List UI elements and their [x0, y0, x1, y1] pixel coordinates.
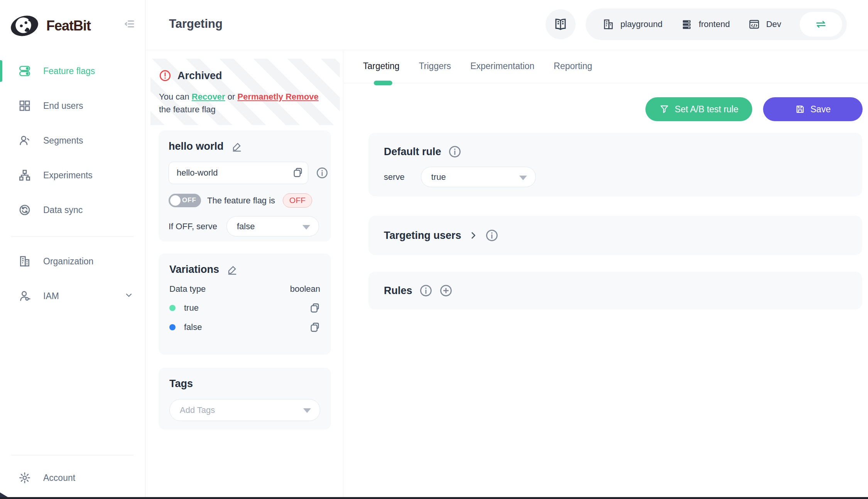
- archived-text-suffix: the feature flag: [159, 105, 216, 114]
- caret-down-icon: [303, 408, 311, 413]
- tab-targeting[interactable]: Targeting: [363, 61, 400, 83]
- tags-card: Tags: [159, 368, 331, 430]
- caret-down-icon: [519, 176, 527, 180]
- rules-title: Rules: [384, 285, 412, 297]
- actions-row: Set A/B test rule Save: [344, 97, 868, 121]
- tree-icon: [19, 169, 31, 181]
- page-title: Targeting: [169, 17, 223, 31]
- funnel-icon: [659, 104, 669, 114]
- code-window-icon: [748, 19, 760, 30]
- targeting-users-info-icon[interactable]: [485, 229, 498, 242]
- targeting-users-title: Targeting users: [384, 230, 461, 242]
- switch-env-button[interactable]: [800, 12, 842, 37]
- environment-selector[interactable]: Dev: [748, 19, 781, 30]
- recover-link[interactable]: Recover: [192, 92, 225, 101]
- sidebar-bottom: Account: [0, 455, 145, 497]
- sidebar-item-data-sync[interactable]: Data sync: [0, 201, 145, 218]
- tab-label: Experimentation: [470, 61, 534, 71]
- default-rule-info-icon[interactable]: [448, 145, 461, 158]
- window-bottom-edge: [0, 497, 868, 499]
- rules-info-icon[interactable]: [419, 284, 432, 297]
- chevron-down-icon: [124, 291, 133, 301]
- sidebar-item-label: Segments: [43, 135, 83, 146]
- sidebar-item-feature-flags[interactable]: Feature flags: [0, 63, 145, 80]
- add-tags-input[interactable]: [169, 399, 320, 421]
- service-name: frontend: [699, 19, 730, 29]
- flag-summary-card: hello world: [159, 130, 331, 242]
- environment-name: Dev: [766, 19, 781, 29]
- chevron-right-icon[interactable]: [468, 230, 478, 240]
- project-selector[interactable]: playground: [603, 19, 662, 30]
- save-icon: [795, 104, 805, 114]
- active-indicator: [0, 60, 2, 82]
- active-tab-indicator: [374, 81, 392, 85]
- tab-label: Reporting: [554, 61, 592, 71]
- serve-label: serve: [384, 172, 405, 182]
- person-icon: [19, 134, 31, 147]
- archived-text-prefix: You can: [159, 92, 192, 101]
- flag-detail-panel: Archived You can Recover or Permanetly R…: [146, 51, 343, 497]
- variation-color-dot: [169, 324, 176, 330]
- book-icon: [554, 17, 567, 31]
- tab-reporting[interactable]: Reporting: [554, 61, 592, 83]
- sidebar-nav: Feature flags End users Segments: [0, 63, 145, 304]
- sidebar-item-label: Account: [43, 473, 75, 483]
- tab-label: Triggers: [419, 61, 451, 71]
- swap-icon: [815, 18, 827, 30]
- collapse-icon: [123, 18, 135, 30]
- serve-select[interactable]: true: [421, 167, 536, 187]
- add-rule-icon[interactable]: [439, 284, 453, 297]
- warning-icon: [159, 69, 171, 82]
- targeting-users-card: Targeting users: [368, 216, 862, 255]
- button-label: Set A/B test rule: [675, 104, 738, 115]
- tabs: Targeting Triggers Experimentation Repor…: [344, 51, 868, 83]
- grid-icon: [19, 100, 31, 112]
- sidebar-item-account[interactable]: Account: [0, 469, 145, 486]
- sidebar-item-organization[interactable]: Organization: [0, 253, 145, 270]
- building-icon: [19, 255, 31, 267]
- sidebar-item-iam[interactable]: IAM: [0, 288, 145, 304]
- topbar-controls: playground frontend Dev: [545, 8, 847, 40]
- default-rule-card: Default rule serve true: [368, 133, 862, 196]
- caret-down-icon: [302, 225, 310, 230]
- sidebar-item-label: IAM: [43, 291, 59, 301]
- if-off-select[interactable]: false: [226, 216, 319, 237]
- project-name: playground: [620, 19, 662, 29]
- brand-name: FeatBit: [46, 18, 91, 34]
- sidebar-item-label: Organization: [43, 256, 93, 267]
- variation-row-true: true: [169, 303, 320, 313]
- archived-text-middle: or: [225, 92, 238, 101]
- edit-flag-name-icon[interactable]: [231, 141, 242, 152]
- sidebar-item-experiments[interactable]: Experiments: [0, 167, 145, 184]
- archived-text: You can Recover or Permanetly Remove the…: [159, 90, 326, 116]
- copy-key-icon[interactable]: [292, 167, 304, 179]
- if-off-label: If OFF, serve: [169, 222, 217, 232]
- rules-card: Rules: [368, 272, 862, 310]
- variation-value: true: [184, 303, 199, 313]
- tab-experimentation[interactable]: Experimentation: [470, 61, 534, 83]
- status-badge: OFF: [283, 193, 312, 208]
- flag-key-input[interactable]: [169, 162, 308, 184]
- logo-row: FeatBit: [0, 0, 145, 40]
- key-info-icon[interactable]: [316, 167, 328, 179]
- save-button[interactable]: Save: [763, 97, 863, 121]
- edit-variations-icon[interactable]: [227, 264, 238, 275]
- set-ab-test-rule-button[interactable]: Set A/B test rule: [645, 97, 752, 121]
- building-icon: [603, 19, 614, 30]
- copy-variation-icon[interactable]: [309, 322, 320, 333]
- sidebar-collapse-button[interactable]: [122, 18, 137, 31]
- default-rule-title: Default rule: [384, 146, 441, 158]
- docs-button[interactable]: [545, 9, 576, 39]
- sidebar-item-segments[interactable]: Segments: [0, 132, 145, 149]
- permanently-remove-link[interactable]: Permanetly Remove: [237, 92, 318, 101]
- toggle-label: OFF: [182, 196, 196, 204]
- tab-triggers[interactable]: Triggers: [419, 61, 451, 83]
- flag-toggle[interactable]: OFF: [169, 194, 201, 207]
- variation-color-dot: [169, 305, 176, 311]
- copy-variation-icon[interactable]: [309, 303, 320, 313]
- sidebar-item-end-users[interactable]: End users: [0, 97, 145, 114]
- service-selector[interactable]: frontend: [681, 19, 730, 30]
- sidebar-item-label: Feature flags: [43, 66, 95, 76]
- sidebar-divider: [11, 455, 133, 455]
- env-switcher: playground frontend Dev: [586, 8, 847, 40]
